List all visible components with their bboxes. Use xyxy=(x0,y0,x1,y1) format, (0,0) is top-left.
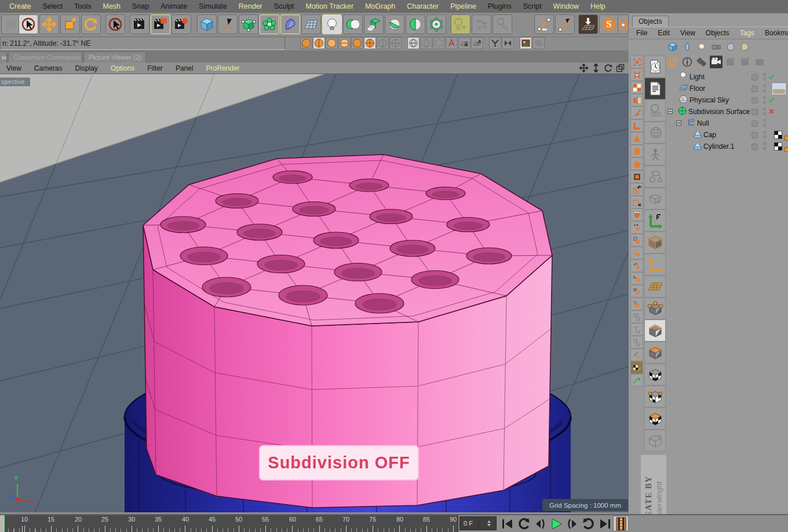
render-picture-viewer-icon[interactable] xyxy=(151,14,170,34)
camera-filter-icon[interactable] xyxy=(710,41,723,53)
bend-deformer-icon[interactable] xyxy=(280,14,300,34)
orange-sphere-icon-2[interactable] xyxy=(313,37,325,49)
menu-snap[interactable]: Snap xyxy=(126,2,155,10)
menu-animate[interactable]: Animate xyxy=(155,2,193,10)
op-menu-bookmark[interactable]: Bookmark xyxy=(760,29,788,37)
timeline-clock-icon[interactable] xyxy=(644,56,666,78)
tag-filter-icon[interactable] xyxy=(739,41,751,53)
texture-mode-icon[interactable] xyxy=(644,364,666,386)
menu-mograph[interactable]: MoGraph xyxy=(359,2,401,10)
layer-icon[interactable] xyxy=(666,56,679,68)
visibility-dots[interactable] xyxy=(763,142,766,151)
cube-filter-icon[interactable] xyxy=(666,41,679,53)
tree-row-physical-sky[interactable]: Physical Sky xyxy=(666,94,788,106)
substance-icon[interactable]: S xyxy=(599,14,619,34)
light-object-icon[interactable] xyxy=(322,14,342,34)
scale-arrange-icon[interactable] xyxy=(555,14,575,34)
volume-group-icon[interactable] xyxy=(493,14,512,34)
viewport-pan-icon[interactable] xyxy=(579,63,589,73)
character-ghost-icon[interactable] xyxy=(644,144,666,166)
tree-row-cap[interactable]: Cap xyxy=(666,129,788,141)
current-frame-field[interactable]: 0 F xyxy=(459,516,497,530)
render-view-icon[interactable] xyxy=(130,14,149,34)
menu-create[interactable]: Create xyxy=(3,2,37,10)
add-cube-icon[interactable] xyxy=(197,14,217,34)
tab-customize-commands[interactable]: Customize Commands... xyxy=(8,52,82,63)
gear-icon[interactable] xyxy=(695,56,708,68)
orange-sphere-icon-1[interactable] xyxy=(300,37,312,49)
snap-midpoint-icon[interactable] xyxy=(630,298,643,310)
layer-toggle[interactable] xyxy=(751,109,758,115)
square-shape-icon[interactable] xyxy=(630,145,643,157)
orange-sphere-icon-5[interactable] xyxy=(351,37,363,49)
layer-toggle[interactable] xyxy=(751,74,758,80)
tree-row-null[interactable]: Null xyxy=(666,118,788,129)
y-split-icon[interactable] xyxy=(489,37,501,49)
orange-sphere-icon-3[interactable] xyxy=(326,37,338,49)
op-menu-edit[interactable]: Edit xyxy=(652,29,675,37)
point-mode-icon[interactable] xyxy=(644,298,666,320)
checker-paint-icon[interactable] xyxy=(630,361,643,374)
subdivision-surface-icon[interactable] xyxy=(426,14,446,34)
visibility-dots[interactable] xyxy=(763,96,766,104)
triangle-shape-icon[interactable] xyxy=(630,132,643,145)
texture-tag-icon[interactable] xyxy=(774,142,782,153)
texture-tag-icon[interactable] xyxy=(774,131,782,141)
corner-axis-icon[interactable] xyxy=(630,119,643,132)
menu-render[interactable]: Render xyxy=(233,2,268,10)
objects-panel-tab[interactable]: Objects xyxy=(632,16,669,27)
snap-grid-icon[interactable] xyxy=(630,310,643,323)
workplane-lock-icon[interactable] xyxy=(458,37,470,49)
workplane-unlock-icon[interactable] xyxy=(471,37,483,49)
enabled-check-icon[interactable] xyxy=(768,95,775,105)
generator-cube-icon[interactable] xyxy=(239,14,258,34)
snap-point-icon[interactable] xyxy=(630,221,643,234)
ghost-icon-2[interactable] xyxy=(739,56,751,68)
object-axis-cube-icon[interactable] xyxy=(644,232,666,254)
volume-mesher-icon[interactable] xyxy=(472,14,491,34)
disabled-cross-icon[interactable] xyxy=(768,107,775,117)
grid-arrow-icon[interactable] xyxy=(630,183,643,196)
previous-frame-button[interactable] xyxy=(532,516,548,531)
shapes-ghost-icon[interactable] xyxy=(644,166,666,188)
move-tool-icon[interactable] xyxy=(39,14,59,34)
globe-ghost-icon[interactable] xyxy=(420,37,432,49)
tab-view-cut[interactable]: w xyxy=(0,52,7,63)
rotate-tool-icon[interactable] xyxy=(81,14,101,34)
box-arrow-ghost-icon[interactable] xyxy=(644,188,666,210)
snap-polygon-icon[interactable] xyxy=(630,247,643,259)
menu-motion-tracker[interactable]: Motion Tracker xyxy=(300,2,360,10)
enabled-check-icon[interactable] xyxy=(768,72,775,82)
polygon-mode-icon[interactable] xyxy=(644,342,666,364)
vp-menu-cameras[interactable]: Cameras xyxy=(28,64,69,72)
document-layout-icon[interactable] xyxy=(644,78,666,100)
snap-ruler-icon[interactable] xyxy=(630,348,643,361)
snap-quantize-icon[interactable] xyxy=(630,336,643,348)
grid-x-icon[interactable] xyxy=(630,196,643,208)
pen-spline-icon[interactable] xyxy=(218,14,238,34)
snap-intersection-icon[interactable] xyxy=(630,285,643,298)
menu-script[interactable]: Script xyxy=(517,2,548,10)
play-forward-button[interactable] xyxy=(548,516,564,531)
snap-magnet-icon[interactable] xyxy=(630,208,643,221)
go-to-start-button[interactable] xyxy=(499,516,515,531)
texture-axis-mode-icon[interactable] xyxy=(644,386,666,408)
boolean-object-icon[interactable] xyxy=(343,14,363,34)
expand-toggle[interactable] xyxy=(676,120,681,126)
smoothing-tag-icon[interactable] xyxy=(784,144,788,155)
material-filter-icon[interactable] xyxy=(724,41,737,53)
pentagon-shape-icon[interactable] xyxy=(630,157,643,170)
sphere-split-icon[interactable] xyxy=(406,14,425,34)
op-menu-objects[interactable]: Objects xyxy=(701,29,735,37)
floor-object-icon[interactable] xyxy=(301,14,321,34)
layer-toggle[interactable] xyxy=(751,132,758,138)
drop-to-floor-icon[interactable] xyxy=(578,14,598,34)
visibility-dots[interactable] xyxy=(763,119,766,127)
uv-polygon-mode-icon[interactable] xyxy=(644,408,666,430)
measure-tool-icon[interactable] xyxy=(534,14,554,34)
menu-sculpt[interactable]: Sculpt xyxy=(268,2,300,10)
expand-arrows-icon[interactable] xyxy=(630,56,643,68)
render-settings-icon[interactable] xyxy=(172,14,191,34)
workplane-grid-icon[interactable] xyxy=(644,276,666,298)
orange-sphere-icon-4[interactable] xyxy=(338,37,351,49)
